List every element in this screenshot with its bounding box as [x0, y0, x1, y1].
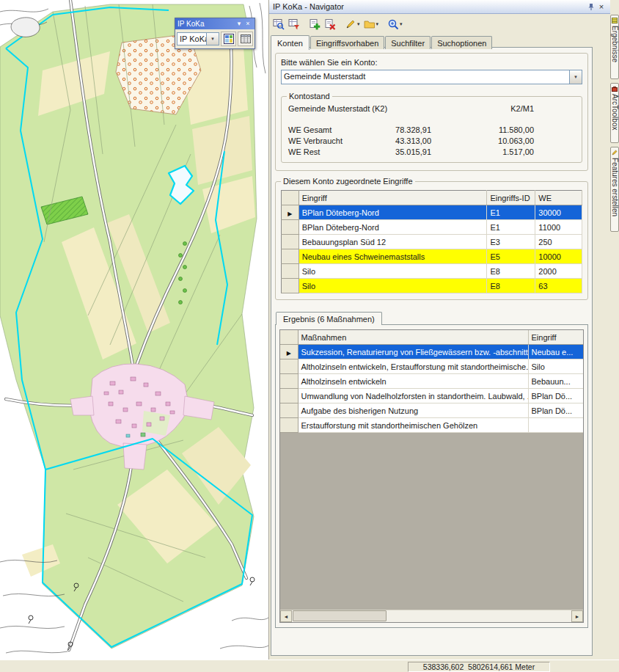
row-selector[interactable] — [282, 249, 299, 264]
cell-eingriff: Silo — [298, 264, 487, 279]
konto-combobox[interactable]: Gemeinde Musterstadt ▼ — [281, 70, 582, 84]
column-header[interactable]: Eingriff — [528, 330, 584, 345]
row-selector[interactable] — [282, 264, 299, 279]
kontostand-table: Gemeinde Musterstadt (K2) K2/M1 WE Gesam… — [287, 103, 576, 156]
application-window: IP KoKa ▾ × IP KoKa ▼ — [0, 0, 619, 672]
column-header[interactable]: Eingriff — [298, 191, 487, 205]
tab-suchfilter[interactable]: Suchfilter — [385, 36, 431, 49]
panel-close-icon[interactable]: × — [596, 1, 607, 12]
table-row[interactable]: ▶ BPlan Döteberg-Nord E1 30000 — [282, 205, 582, 220]
table-row[interactable]: Silo E8 63 — [282, 279, 582, 293]
column-header[interactable]: Maßnahmen — [298, 330, 528, 345]
table-row[interactable]: Silo E8 2000 — [282, 264, 582, 279]
koka-table-button[interactable] — [238, 32, 253, 46]
docktab-arctoolbox[interactable]: ArcToolbox — [610, 83, 619, 143]
map-view[interactable]: IP KoKa ▾ × IP KoKa ▼ — [0, 0, 268, 660]
row-selector[interactable] — [282, 220, 299, 235]
account-filter-button[interactable] — [287, 16, 301, 32]
kontostand-value: 10.063,00 — [431, 136, 534, 145]
ipkoka-combo-value: IP KoKa — [177, 33, 206, 45]
table-row[interactable]: Umwandlung von Nadelholzforsten in stand… — [280, 389, 584, 403]
cell-eingriff: BPlan Dö... — [528, 403, 584, 418]
pin-icon[interactable] — [586, 1, 596, 12]
row-selector[interactable] — [280, 374, 298, 389]
ipkoka-command-combo[interactable]: IP KoKa ▼ — [177, 32, 219, 45]
row-selector[interactable] — [280, 359, 298, 374]
table-row[interactable]: Erstaufforstung mit standortheimischen G… — [280, 418, 584, 433]
toolbar-close-icon[interactable]: × — [243, 19, 252, 29]
navigator-titlebar[interactable]: IP KoKa - Navigator × — [269, 0, 610, 14]
delete-entry-button[interactable] — [323, 16, 337, 32]
status-bar: 538336,602 5802614,661 Meter — [0, 660, 619, 672]
kontostand-title: Kontostand — [287, 92, 332, 101]
ipkoka-floating-toolbar[interactable]: IP KoKa ▾ × IP KoKa ▼ — [175, 18, 255, 49]
zoom-dropdown-button[interactable]: ▾ — [386, 16, 404, 32]
navigator-toolbar: ▾ ▾ ▾ — [269, 14, 610, 34]
ergebnis-section: Ergebnis (6 Maßnahmen) Maßnahmen Eingrif… — [275, 311, 588, 628]
open-dropdown-button[interactable]: ▾ — [362, 16, 381, 32]
kontostand-row-label: WE Verbraucht — [288, 136, 365, 145]
dropdown-arrow-icon: ▾ — [357, 21, 360, 27]
docktab-ergebnisse[interactable]: Ergebnisse — [610, 15, 619, 79]
current-row-icon: ▶ — [287, 350, 291, 357]
docktab-label: ArcToolbox — [611, 94, 618, 130]
cell-eingriff: Silo — [528, 359, 584, 374]
row-selector-header — [280, 330, 298, 345]
kontostand-value: 1.517,00 — [431, 147, 534, 156]
kontostand-value: 78.328,91 — [365, 125, 431, 134]
cell-eingriff: Bebauun... — [528, 374, 584, 389]
table-row[interactable]: Neubau eines Schweinemaststalls E5 10000 — [282, 249, 582, 264]
account-code: K2/M1 — [431, 104, 534, 113]
scrollbar-thumb[interactable] — [293, 610, 387, 621]
konto-select-label: Bitte wählen Sie ein Konto: — [281, 58, 582, 67]
row-selector[interactable]: ▶ — [280, 345, 298, 359]
cell-we: 2000 — [535, 264, 582, 279]
table-row[interactable]: Bebauungsplan Süd 12 E3 250 — [282, 235, 582, 249]
current-row-icon: ▶ — [287, 211, 292, 217]
ergebnis-grid[interactable]: Maßnahmen Eingriff ▶ Sukzession, Renatur… — [280, 330, 584, 433]
new-object-dropdown-button[interactable]: ▾ — [343, 16, 362, 32]
tab-ergebnis[interactable]: Ergebnis (6 Maßnahmen) — [276, 312, 382, 325]
grid-header-row: Maßnahmen Eingriff — [280, 330, 584, 345]
docktab-features-erstellen[interactable]: Features erstellen — [610, 147, 619, 232]
row-selector[interactable]: ▶ — [282, 205, 299, 220]
koka-manager-button[interactable] — [221, 32, 236, 46]
table-row[interactable]: ▶ Sukzession, Renaturierung von Fließgew… — [280, 345, 584, 359]
row-selector[interactable] — [280, 418, 298, 433]
cell-massnahme: Erstaufforstung mit standortheimischen G… — [298, 418, 528, 433]
row-selector[interactable] — [280, 403, 298, 418]
table-row[interactable]: Altholzinseln entwickeln Bebauun... — [280, 374, 584, 389]
row-selector[interactable] — [282, 235, 299, 249]
eingriffe-grid[interactable]: Eingriff Eingriffs-ID WE ▶ BPlan Döteber… — [281, 190, 582, 293]
table-row[interactable]: Aufgabe des bisherigen Nutzung BPlan Dö.… — [280, 403, 584, 418]
koka-table-icon — [241, 34, 251, 44]
cell-eingriff: BPlan Dö... — [528, 389, 584, 403]
ipkoka-toolbar-titlebar[interactable]: IP KoKa ▾ × — [175, 18, 254, 29]
table-row[interactable]: BPlan Döteberg-Nord E1 11000 — [282, 220, 582, 235]
navigator-panel: IP KoKa - Navigator × — [268, 0, 610, 660]
combo-dropdown-icon[interactable]: ▼ — [569, 70, 582, 84]
scrollbar-track[interactable] — [292, 610, 571, 622]
toolbar-options-icon[interactable]: ▾ — [235, 19, 243, 29]
magnifier-icon — [387, 18, 399, 30]
column-header[interactable]: Eingriffs-ID — [487, 191, 535, 205]
row-selector[interactable] — [282, 279, 299, 293]
account-navigator-button[interactable] — [271, 16, 286, 32]
cell-we: 30000 — [535, 205, 582, 220]
tab-konten[interactable]: Konten — [271, 35, 310, 50]
ergebnis-grid-container[interactable]: Maßnahmen Eingriff ▶ Sukzession, Renatur… — [279, 329, 584, 623]
row-selector[interactable] — [280, 389, 298, 403]
combo-dropdown-icon[interactable]: ▼ — [206, 33, 219, 45]
tab-eingriffsvorhaben[interactable]: Eingriffsvorhaben — [310, 36, 384, 49]
scroll-right-icon[interactable]: ► — [571, 610, 583, 622]
tab-suchoptionen[interactable]: Suchoptionen — [431, 36, 492, 49]
scroll-left-icon[interactable]: ◄ — [280, 610, 292, 622]
horizontal-scrollbar[interactable]: ◄ ► — [280, 610, 583, 622]
kontostand-value: 35.015,91 — [365, 147, 431, 156]
table-row[interactable]: Altholzinseln entwickeln, Erstaufforstun… — [280, 359, 584, 374]
column-header[interactable]: WE — [535, 191, 582, 205]
kontostand-groupbox: Kontostand Gemeinde Musterstadt (K2) K2/… — [281, 92, 582, 163]
eingriffe-groupbox: Diesem Konto zugeordnete Eingriffe Eingr… — [275, 177, 588, 300]
grid-header-row: Eingriff Eingriffs-ID WE — [282, 191, 582, 205]
add-entry-button[interactable] — [307, 16, 322, 32]
